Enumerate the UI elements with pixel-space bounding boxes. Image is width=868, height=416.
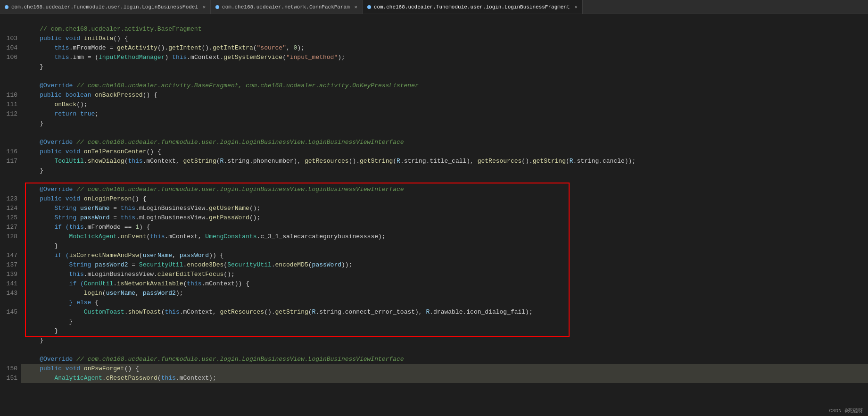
code-token: void [66,148,84,155]
code-token: true [80,110,95,117]
tab-label-1: com.che168.ucdealer.funcmodule.user.logi… [11,4,198,10]
code-token: getResources [305,158,349,165]
code-token: = [109,214,120,221]
code-token: cResetPassword [106,374,157,382]
line-numbers: 1031041061101111121161171231241251271281… [0,14,21,416]
code-line: String passWord2 = SecurityUtil.encode3D… [21,260,868,270]
tab-label-2: com.che168.ucdealer.network.ConnPackPara… [222,4,350,10]
code-line: // com.che168.ucdealer.activity.BaseFrag… [21,25,868,34]
code-token: this [161,374,176,382]
code-token: passWord [180,252,209,259]
tab-1[interactable]: com.che168.ucdealer.funcmodule.user.logi… [0,0,211,14]
code-token: )); [341,261,352,268]
line-number [0,138,17,147]
code-token: // com.che168.ucdealer.funcmodule.user.l… [73,139,404,146]
code-line: @Override // com.che168.ucdealer.funcmod… [21,355,868,364]
code-token: )) { [209,252,223,259]
watermark: CSDN @死磕呀 [829,407,863,414]
code-token: showDialog [88,158,124,165]
code-token: userName [143,252,172,259]
line-number: 125 [0,213,17,223]
code-line: } [21,241,868,251]
code-token: encodeMD5 [275,261,308,268]
line-number [0,185,17,194]
line-number [0,241,17,251]
line-number: 111 [0,100,17,109]
code-token: void [66,195,84,202]
code-line: if (ConnUtil.isNetworkAvailable(this.mCo… [21,279,868,289]
code-token: R [397,158,400,165]
code-token: ( [566,158,570,165]
code-token: getUserName [209,205,249,212]
code-token: passWord [312,261,341,268]
code-token: getSystemService [223,54,282,61]
code-line: if (this.mFromMode == 1) { [21,223,868,232]
code-line: @Override // com.che168.ucdealer.activit… [21,81,868,91]
code-token: return [25,110,80,117]
line-number [0,298,17,308]
code-token: MobclickAgent [25,233,117,240]
code-token: "source" [257,44,286,51]
code-token: this [25,271,84,278]
code-token: getString [275,308,308,316]
code-token: this [172,54,187,61]
close-icon-3[interactable]: ✕ [575,4,578,10]
line-number [0,345,17,355]
code-token: .mContext, [143,158,183,165]
code-token: initData [84,35,113,42]
line-number: 112 [0,109,17,119]
code-token: (); [223,271,234,278]
code-token: onBack [25,101,76,108]
code-token: () { [132,195,146,202]
code-token: getIntent [168,44,201,51]
line-number [0,81,17,91]
code-token: onEvent [121,233,147,240]
code-line: @Override // com.che168.ucdealer.funcmod… [21,138,868,147]
code-token: public [25,195,66,202]
code-line: } [21,62,868,72]
code-token: getString [360,158,393,165]
code-token: isNetworkAvailable [117,280,183,287]
code-line [21,72,868,81]
line-number: 145 [0,308,17,317]
line-number: 116 [0,147,17,157]
code-token: getPassWord [209,214,249,221]
code-token: String [25,205,80,212]
code-line: login(userName, passWord2); [21,289,868,298]
code-line [21,345,868,355]
code-token: onTelPersonCenter [84,148,147,155]
code-line: @Override // com.che168.ucdealer.funcmod… [21,185,868,194]
close-icon-2[interactable]: ✕ [355,4,357,10]
code-token: .string.cancle)); [573,158,636,165]
code-token: getResources [478,158,522,165]
code-token: . [102,374,106,382]
code-line: } [21,336,868,345]
line-number: 127 [0,223,17,232]
code-token: .drawable.icon_dialog_fail); [430,308,532,316]
tab-2[interactable]: com.che168.ucdealer.network.ConnPackPara… [211,0,363,14]
code-token: // com.che168.ucdealer.funcmodule.user.l… [73,356,404,363]
line-number: 139 [0,270,17,279]
code-token: getResources [220,308,265,316]
code-token: .imm = ( [69,54,99,61]
code-token: } [25,242,58,250]
code-line [21,15,868,25]
code-token: else [76,299,91,306]
tab-3[interactable]: com.che168.ucdealer.funcmodule.user.logi… [363,0,583,14]
line-number: 104 [0,43,17,53]
line-number: 117 [0,157,17,166]
code-token: this [128,158,142,165]
close-icon-1[interactable]: ✕ [203,4,206,10]
code-content[interactable]: // com.che168.ucdealer.activity.BaseFrag… [21,14,868,416]
code-line: } else { [21,298,868,308]
code-token: = [109,205,120,212]
code-token: .mLoginBusinessView. [135,205,209,212]
line-number [0,62,17,72]
code-token: SecurityUtil [227,261,272,268]
code-token: .string.phonenumber), [223,158,305,165]
tab-dot-2 [215,5,219,9]
code-token: (). [521,158,532,165]
code-token: ConnUtil [84,280,113,287]
code-token: // com.che168.ucdealer.activity.BaseFrag… [73,82,418,89]
code-token: .string.connect_error_toast), [315,308,426,316]
